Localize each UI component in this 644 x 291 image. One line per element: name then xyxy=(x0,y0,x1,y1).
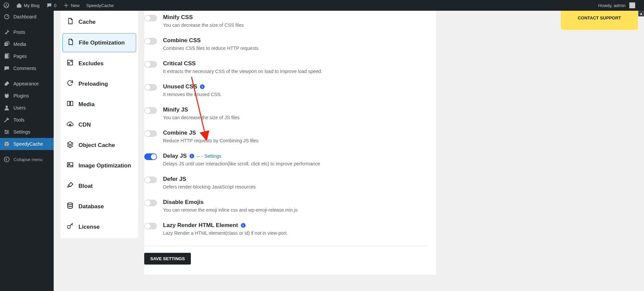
subnav-item-license[interactable]: License xyxy=(62,218,136,236)
menu-item-dashboard[interactable]: Dashboard xyxy=(0,11,54,23)
svg-rect-8 xyxy=(6,133,7,134)
subnav-label: Excludes xyxy=(78,60,104,67)
comments-link[interactable]: 0 xyxy=(43,0,60,11)
subnav-label: Preloading xyxy=(78,81,108,87)
plugin-link[interactable]: SpeedyCache xyxy=(83,0,117,11)
settings-link[interactable]: – - Settings xyxy=(197,153,221,159)
setting-lazy-render-html-element: Lazy Render HTML Element i Lazy Render a… xyxy=(144,219,428,242)
subnav-item-file-optimization[interactable]: File Optimization xyxy=(62,33,136,52)
admin-bar: My Blog 0 New SpeedyCache Howdy, admin xyxy=(0,0,644,11)
home-icon xyxy=(16,2,22,8)
menu-item-comments[interactable]: Comments xyxy=(0,62,54,74)
plugin-label: SpeedyCache xyxy=(86,3,114,8)
setting-desc: You can remove the emoji inline css and … xyxy=(163,207,298,213)
scroll-up-icon[interactable]: ▲ xyxy=(638,11,644,16)
svg-point-9 xyxy=(4,157,9,162)
menu-item-posts[interactable]: Posts xyxy=(0,26,54,38)
setting-desc: It extracts the necessary CSS of the vie… xyxy=(163,69,322,74)
subnav-label: Object Cache xyxy=(78,142,115,149)
toggle-minify-css[interactable] xyxy=(144,15,157,21)
menu-label: Users xyxy=(13,105,26,111)
sliders-icon xyxy=(3,129,10,135)
toggle-critical-css[interactable] xyxy=(144,61,157,68)
save-label: SAVE SETTINGS xyxy=(150,256,185,261)
info-icon[interactable]: i xyxy=(241,223,246,228)
setting-title: Minify CSS xyxy=(163,14,193,21)
subnav-item-excludes[interactable]: Excludes xyxy=(62,54,136,73)
toggle-unused-css[interactable] xyxy=(144,84,157,91)
svg-rect-11 xyxy=(67,101,70,106)
wp-logo[interactable] xyxy=(0,0,13,11)
menu-item-settings[interactable]: Settings xyxy=(0,126,54,138)
setting-minify-css: Minify CSS You can decrease the size of … xyxy=(144,11,428,34)
menu-label: Settings xyxy=(13,129,31,135)
toggle-lazy-render-html-element[interactable] xyxy=(144,223,157,229)
toggle-minify-js[interactable] xyxy=(144,107,157,114)
menu-label: Pages xyxy=(13,54,27,59)
save-settings-button[interactable]: SAVE SETTINGS xyxy=(144,253,191,265)
excludes-icon xyxy=(66,59,74,68)
new-link[interactable]: New xyxy=(60,0,83,11)
menu-item-tools[interactable]: Tools xyxy=(0,114,54,126)
wp-admin-sidebar: DashboardPostsMediaPagesCommentsAppearan… xyxy=(0,11,54,291)
menu-label: Plugins xyxy=(13,93,29,98)
settings-panel: Minify CSS You can decrease the size of … xyxy=(144,11,436,275)
setting-unused-css: Unused CSS i It removes the unused CSS. xyxy=(144,80,428,103)
cloud-icon xyxy=(66,120,74,129)
site-link[interactable]: My Blog xyxy=(13,0,43,11)
monitor-icon xyxy=(66,100,74,109)
svg-rect-13 xyxy=(67,163,73,167)
subnav-item-database[interactable]: Database xyxy=(62,197,136,216)
setting-delay-js: Delay JS i – - Settings Delays JS until … xyxy=(144,149,428,172)
subnav-label: Media xyxy=(78,101,95,108)
menu-label: Dashboard xyxy=(13,14,37,19)
info-icon[interactable]: i xyxy=(190,154,194,158)
setting-desc: Combines CSS files to reduce HTTP reques… xyxy=(163,46,259,51)
svg-point-15 xyxy=(68,203,73,205)
dashboard-icon xyxy=(3,13,10,20)
menu-item-pages[interactable]: Pages xyxy=(0,50,54,62)
menu-item-media[interactable]: Media xyxy=(0,38,54,50)
avatar xyxy=(629,2,635,8)
setting-desc: You can decrease the size of JS files xyxy=(163,115,239,120)
subnav-item-image-optimization[interactable]: Image Optimization xyxy=(62,156,136,175)
subnav-item-object-cache[interactable]: Object Cache xyxy=(62,136,136,154)
setting-title: Combine CSS xyxy=(163,37,201,44)
setting-desc: Defers render-blocking JavaScript resour… xyxy=(163,184,256,190)
setting-combine-js: Combine JS Reduce HTTP requests by Combi… xyxy=(144,126,428,149)
subnav-item-cache[interactable]: Cache xyxy=(62,13,136,31)
svg-point-2 xyxy=(6,44,7,45)
setting-disable-emojis: Disable Emojis You can remove the emoji … xyxy=(144,196,428,219)
pages-icon xyxy=(3,53,10,60)
menu-item-users[interactable]: Users xyxy=(0,102,54,114)
user-greeting[interactable]: Howdy, admin xyxy=(595,0,639,11)
subnav-item-cdn[interactable]: CDN xyxy=(62,116,136,134)
pin-icon xyxy=(3,29,10,35)
setting-title: Defer JS xyxy=(163,176,186,183)
wordpress-icon xyxy=(3,2,9,8)
toggle-delay-js[interactable] xyxy=(144,153,157,160)
toggle-combine-js[interactable] xyxy=(144,130,157,137)
info-icon[interactable]: i xyxy=(200,84,205,89)
setting-title: Critical CSS xyxy=(163,60,196,67)
toggle-combine-css[interactable] xyxy=(144,38,157,45)
setting-desc: Reduce HTTP requests by Combining JS fil… xyxy=(163,138,259,143)
menu-item-speedycache[interactable]: SpeedyCache xyxy=(0,138,54,150)
toggle-disable-emojis[interactable] xyxy=(144,200,157,206)
subnav-label: Bloat xyxy=(78,183,93,190)
subnav-item-bloat[interactable]: Bloat xyxy=(62,177,136,195)
menu-item-appearance[interactable]: Appearance xyxy=(0,78,54,90)
contact-support-button[interactable]: CONTACT SUPPORT xyxy=(561,11,638,30)
toggle-defer-js[interactable] xyxy=(144,176,157,183)
collapse-menu[interactable]: Collapse menu xyxy=(0,153,54,165)
comment-icon xyxy=(3,65,10,72)
new-label: New xyxy=(71,3,79,8)
collapse-icon xyxy=(3,156,10,163)
subnav-item-preloading[interactable]: Preloading xyxy=(62,75,136,93)
setting-title: Disable Emojis xyxy=(163,199,204,206)
menu-item-plugins[interactable]: Plugins xyxy=(0,90,54,102)
wrench-icon xyxy=(3,117,10,123)
brush-icon xyxy=(3,80,10,87)
subnav-item-media[interactable]: Media xyxy=(62,95,136,114)
comments-count: 0 xyxy=(54,3,56,8)
